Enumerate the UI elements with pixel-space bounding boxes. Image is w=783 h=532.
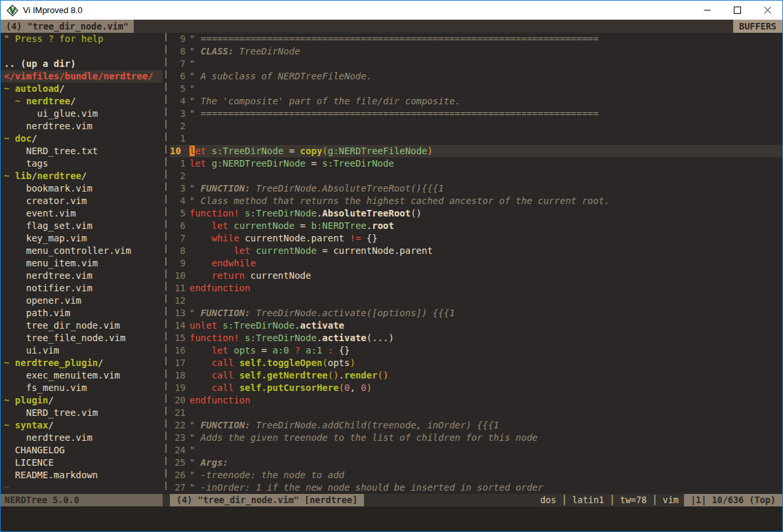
code-row[interactable]: 16 let opts = a:0 ? a:1 : {} (170, 344, 782, 357)
line-number: 16 (170, 344, 186, 357)
line-number: 6 (170, 70, 186, 83)
code-row[interactable]: 7 while currentNode.parent != {} (170, 232, 782, 245)
tree-row[interactable]: menu_item.vim (1, 257, 163, 270)
code-row[interactable]: 23" Adds the given treenode to the list … (170, 432, 782, 444)
tree-row[interactable]: README.markdown (1, 469, 163, 481)
tree-row[interactable]: key_map.vim (1, 232, 163, 245)
code-row[interactable]: 3" FUNCTION: TreeDirNode.AbsoluteTreeRoo… (170, 182, 782, 195)
maximize-button[interactable] (722, 1, 752, 20)
code-row[interactable]: 12 (170, 295, 782, 307)
code-row[interactable]: 1let g:NERDTreeDirNode = s:TreeDirNode (170, 157, 782, 170)
line-number: 4 (170, 95, 186, 108)
minimize-button[interactable] (692, 1, 722, 20)
code-row[interactable]: 26" -treenode: the node to add (170, 469, 782, 481)
code-row[interactable]: 24" (170, 444, 782, 457)
tree-row[interactable]: ~ lib/nerdtree/ (1, 170, 163, 182)
tree-row[interactable]: NERD_tree.vim (1, 407, 163, 419)
tree-row[interactable]: flag_set.vim (1, 220, 163, 232)
tree-row[interactable]: .. (up a dir) (1, 58, 163, 70)
tree-row[interactable] (1, 45, 163, 58)
code-row[interactable]: 6" A subclass of NERDTreeFileNode. (170, 70, 782, 83)
code-row[interactable]: 9 endwhile (170, 257, 782, 270)
tree-row[interactable]: menu_controller.vim (1, 245, 163, 257)
tree-row[interactable]: opener.vim (1, 295, 163, 307)
code-row[interactable]: 8 let currentNode = currentNode.parent (170, 245, 782, 257)
code-row[interactable]: 2 (170, 170, 782, 182)
window-separator[interactable] (163, 33, 170, 494)
close-button[interactable] (752, 1, 782, 20)
content-area: " Press ? for help.. (up a dir)</vimfile… (1, 33, 782, 494)
tree-row[interactable]: notifier.vim (1, 282, 163, 295)
code-row[interactable]: 3" =====================================… (170, 108, 782, 120)
line-number: 4 (170, 195, 186, 207)
code-row[interactable]: 1 (170, 133, 782, 145)
line-number: 20 (170, 394, 186, 407)
code-row[interactable]: 6 let currentNode = b:NERDTree.root (170, 220, 782, 232)
tree-row[interactable]: nerdtree.vim (1, 270, 163, 282)
line-number: 15 (170, 332, 186, 344)
line-number: 2 (170, 120, 186, 133)
line-number: 24 (170, 444, 186, 457)
code-row[interactable]: 20endfunction (170, 394, 782, 407)
code-row[interactable]: 25" Args: (170, 457, 782, 469)
tree-row[interactable]: " Press ? for help (1, 33, 163, 45)
line-number: 18 (170, 369, 186, 382)
code-row[interactable]: 8" CLASS: TreeDirNode (170, 45, 782, 58)
line-number: 2 (170, 170, 186, 182)
tree-row[interactable]: </vimfiles/bundle/nerdtree/ (1, 70, 163, 83)
code-row[interactable]: 27" -inOrder: 1 if the new node should b… (170, 481, 782, 494)
code-row[interactable]: 4" Class method that returns the highest… (170, 195, 782, 207)
tree-row[interactable]: tags (1, 157, 163, 170)
code-row[interactable]: 13" FUNCTION: TreeDirNode.activate([opti… (170, 307, 782, 319)
tree-row[interactable]: LICENCE (1, 457, 163, 469)
tree-row[interactable]: ~ plugin/ (1, 394, 163, 407)
status-options: dos │ latin1 │ tw=78 │ vim (540, 494, 684, 506)
line-number: 3 (170, 108, 186, 120)
tree-row[interactable]: ~ syntax/ (1, 419, 163, 432)
tree-row[interactable]: ui.vim (1, 344, 163, 357)
code-row[interactable]: 4" The 'composite' part of the file/dir … (170, 95, 782, 108)
code-row[interactable]: 9" =====================================… (170, 33, 782, 45)
code-row[interactable]: 17 call self.toggleOpen(opts) (170, 357, 782, 369)
code-row[interactable]: 2 (170, 120, 782, 133)
tree-row[interactable]: tree_dir_node.vim (1, 319, 163, 332)
tree-row[interactable]: ~ autoload/ (1, 83, 163, 95)
code-row[interactable]: 21 (170, 407, 782, 419)
tree-row[interactable]: nerdtree.vim (1, 432, 163, 444)
tree-row[interactable]: ~ nerdtree/ (1, 95, 163, 108)
nerdtree-panel[interactable]: " Press ? for help.. (up a dir)</vimfile… (1, 33, 163, 494)
code-row[interactable]: 5" (170, 83, 782, 95)
tabline: (4) "tree_dir_node.vim" BUFFERS (1, 20, 782, 33)
tree-row[interactable]: CHANGELOG (1, 444, 163, 457)
tree-row[interactable]: nerdtree.vim (1, 120, 163, 133)
tree-row[interactable]: bookmark.vim (1, 182, 163, 195)
code-row[interactable]: 10 return currentNode (170, 270, 782, 282)
code-row[interactable]: 18 call self.getNerdtree().render() (170, 369, 782, 382)
tree-row[interactable]: ~ (1, 481, 163, 494)
tree-row[interactable]: exec_menuitem.vim (1, 369, 163, 382)
tab-tree-dir-node[interactable]: (4) "tree_dir_node.vim" (1, 20, 134, 33)
code-row[interactable]: 15function! s:TreeDirNode.activate(...) (170, 332, 782, 344)
tree-row[interactable]: ~ doc/ (1, 133, 163, 145)
code-row[interactable]: 19 call self.putCursorHere(0, 0) (170, 382, 782, 394)
line-number: 10 (170, 145, 186, 157)
tree-row[interactable]: ui_glue.vim (1, 108, 163, 120)
statusline-file-info: (4) "tree_dir_node.vim" [nerdtree] (170, 494, 364, 506)
editor-pane[interactable]: 9" =====================================… (170, 33, 782, 494)
tree-row[interactable]: NERD_tree.txt (1, 145, 163, 157)
code-row[interactable]: 10let s:TreeDirNode = copy(g:NERDTreeFil… (170, 145, 782, 157)
tree-row[interactable]: ~ nerdtree_plugin/ (1, 357, 163, 369)
tree-row[interactable]: path.vim (1, 307, 163, 319)
code-row[interactable]: 5function! s:TreeDirNode.AbsoluteTreeRoo… (170, 207, 782, 220)
code-row[interactable]: 14unlet s:TreeDirNode.activate (170, 319, 782, 332)
line-number: 27 (170, 481, 186, 494)
tree-row[interactable]: fs_menu.vim (1, 382, 163, 394)
tree-row[interactable]: tree_file_node.vim (1, 332, 163, 344)
code-row[interactable]: 22" FUNCTION: TreeDirNode.addChild(treen… (170, 419, 782, 432)
titlebar: Vi IMproved 8.0 (1, 1, 782, 20)
tree-row[interactable]: creator.vim (1, 195, 163, 207)
tree-row[interactable]: event.vim (1, 207, 163, 220)
code-row[interactable]: 7" (170, 58, 782, 70)
code-row[interactable]: 11endfunction (170, 282, 782, 295)
line-number: 21 (170, 407, 186, 419)
